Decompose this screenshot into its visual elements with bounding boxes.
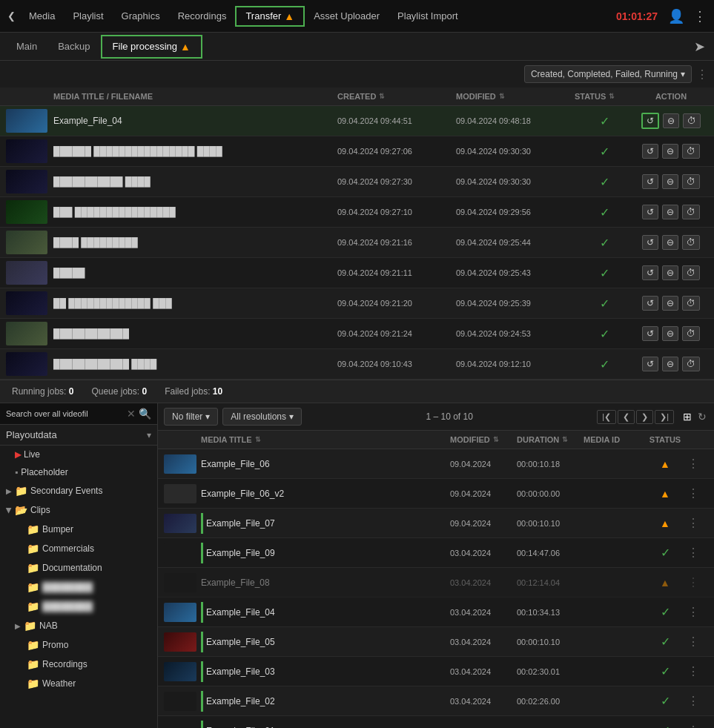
sidebar-item-weather[interactable]: 📁 Weather <box>0 674 157 693</box>
grid-view-icon[interactable]: ⊞ <box>681 409 693 424</box>
fp-stop-btn[interactable]: ⊖ <box>662 296 678 311</box>
sidebar-item-blur1[interactable]: 📁 ████████ <box>0 578 157 597</box>
pagination-next-btn[interactable]: ❯ <box>636 410 653 424</box>
fp-history-btn[interactable]: ⏱ <box>682 235 700 250</box>
sidebar-item-live[interactable]: ▶ Live <box>0 446 157 463</box>
fp-more-icon[interactable]: ⋮ <box>696 67 708 82</box>
nav-media[interactable]: Media <box>20 7 64 24</box>
fp-row-modified: 09.04.2024 09:48:18 <box>456 116 575 125</box>
file-processing-section: Created, Completed, Failed, Running ▾ ⋮ … <box>0 61 714 380</box>
fp-history-btn[interactable]: ⏱ <box>683 113 701 128</box>
sidebar-item-nab[interactable]: ▶ 📁 NAB <box>0 616 157 635</box>
main-content: No filter ▾ All resolutions ▾ 1 – 10 of … <box>158 403 714 728</box>
fp-table-row: ████████████ ████ 09.04.2024 09:10:43 09… <box>0 349 714 380</box>
row-more-icon[interactable]: ⋮ <box>687 695 699 707</box>
sidebar-item-secondary-events[interactable]: ▶ 📁 Secondary Events <box>0 481 157 500</box>
fp-restart-btn[interactable]: ↺ <box>642 235 658 250</box>
sidebar-item-placeholder[interactable]: ▪ Placeholder <box>0 463 157 481</box>
fp-restart-btn[interactable]: ↺ <box>642 265 658 280</box>
search-clear-icon[interactable]: ✕ <box>127 408 136 420</box>
status-ok-icon: ✓ <box>600 206 609 219</box>
fp-stop-btn[interactable]: ⊖ <box>662 144 678 159</box>
fp-stop-btn[interactable]: ⊖ <box>662 205 678 219</box>
fp-header-created[interactable]: CREATED ⇅ <box>337 92 456 101</box>
search-bar: ✕ 🔍 <box>0 403 157 425</box>
fp-row-title: ███ ████████████████ <box>53 207 337 217</box>
nav-recordings[interactable]: Recordings <box>169 7 236 24</box>
fp-stop-btn[interactable]: ⊖ <box>662 174 678 189</box>
media-thumb <box>164 662 196 681</box>
fp-history-btn[interactable]: ⏱ <box>682 144 700 159</box>
sidebar-item-commercials[interactable]: 📁 Commercials <box>0 539 157 558</box>
nav-transfer[interactable]: Transfer ▲ <box>235 6 305 27</box>
row-more-icon[interactable]: ⋮ <box>687 635 699 648</box>
mc-header-status: STATUS <box>643 435 687 444</box>
fp-stop-btn[interactable]: ⊖ <box>662 265 678 280</box>
row-more-icon[interactable]: ⋮ <box>687 546 699 559</box>
fp-restart-btn[interactable]: ↺ <box>641 113 659 129</box>
pagination-last-btn[interactable]: ❯| <box>655 410 674 424</box>
refresh-icon[interactable]: ↻ <box>696 409 708 424</box>
fp-row-thumb <box>6 322 47 345</box>
tab-main[interactable]: Main <box>6 36 47 56</box>
no-filter-dropdown[interactable]: No filter ▾ <box>164 408 218 426</box>
row-more-icon[interactable]: ⋮ <box>687 576 699 589</box>
all-resolutions-dropdown[interactable]: All resolutions ▾ <box>222 408 302 426</box>
sidebar-item-blur2[interactable]: 📁 ████████ <box>0 597 157 616</box>
search-icon[interactable]: 🔍 <box>139 408 151 420</box>
fp-stop-btn[interactable]: ⊖ <box>662 357 678 371</box>
source-selector[interactable]: Playoutdata ▾ <box>0 425 157 446</box>
mc-header-title[interactable]: MEDIA TITLE ⇅ <box>201 435 450 444</box>
pagination-prev-btn[interactable]: ❮ <box>618 410 635 424</box>
search-input[interactable] <box>6 409 124 418</box>
nav-chevron[interactable]: ❮ <box>3 7 20 24</box>
fp-stop-btn[interactable]: ⊖ <box>662 235 678 250</box>
sidebar-item-documentation[interactable]: 📁 Documentation <box>0 558 157 578</box>
fp-restart-btn[interactable]: ↺ <box>642 144 658 159</box>
row-more-icon[interactable]: ⋮ <box>687 606 699 618</box>
tab-file-processing[interactable]: File processing ▲ <box>101 35 202 59</box>
fp-header-status[interactable]: STATUS ⇅ <box>575 92 634 101</box>
nav-asset-uploader[interactable]: Asset Uploader <box>305 7 389 24</box>
tab-backup[interactable]: Backup <box>47 36 100 56</box>
nav-graphics[interactable]: Graphics <box>113 7 169 24</box>
fp-header-modified[interactable]: MODIFIED ⇅ <box>456 92 575 101</box>
nav-playlist-import[interactable]: Playlist Import <box>389 7 467 24</box>
fp-restart-btn[interactable]: ↺ <box>642 296 658 311</box>
fp-restart-btn[interactable]: ↺ <box>642 174 658 189</box>
sidebar-item-bumper[interactable]: 📁 Bumper <box>0 520 157 539</box>
row-more-icon[interactable]: ⋮ <box>687 665 699 678</box>
row-more-icon[interactable]: ⋮ <box>687 517 699 529</box>
fp-row-modified: 09.04.2024 09:30:30 <box>456 147 575 156</box>
fp-history-btn[interactable]: ⏱ <box>682 296 700 311</box>
fp-stop-btn[interactable]: ⊖ <box>662 326 678 341</box>
row-more-icon[interactable]: ⋮ <box>687 457 699 470</box>
fp-history-btn[interactable]: ⏱ <box>682 205 700 219</box>
sidebar-item-recordings[interactable]: 📁 Recordings <box>0 655 157 674</box>
row-more-icon[interactable]: ⋮ <box>687 487 699 500</box>
nav-playlist[interactable]: Playlist <box>64 7 112 24</box>
fp-stop-btn[interactable]: ⊖ <box>663 113 679 128</box>
fp-history-btn[interactable]: ⏱ <box>682 265 700 280</box>
sidebar-item-clips[interactable]: ▶ 📂 Clips <box>0 500 157 520</box>
sidebar-item-label: ████████ <box>42 582 93 592</box>
fp-restart-btn[interactable]: ↺ <box>642 205 658 219</box>
fp-history-btn[interactable]: ⏱ <box>682 326 700 341</box>
folder-icon: 📁 <box>27 523 39 535</box>
mc-header-mediaid: MEDIA ID <box>584 435 643 444</box>
row-more-icon[interactable]: ⋮ <box>687 724 699 728</box>
source-label: Playoutdata <box>6 429 147 440</box>
fp-restart-btn[interactable]: ↺ <box>642 357 658 371</box>
fp-restart-btn[interactable]: ↺ <box>642 326 658 341</box>
pagination-first-btn[interactable]: |❮ <box>597 410 616 424</box>
mc-header-duration[interactable]: DURATION ⇅ <box>517 435 584 444</box>
sidebar-item-promo[interactable]: 📁 Promo <box>0 635 157 655</box>
profile-icon[interactable]: 👤 <box>664 5 689 27</box>
fp-filter-dropdown[interactable]: Created, Completed, Failed, Running ▾ <box>524 65 692 83</box>
fp-history-btn[interactable]: ⏱ <box>682 174 700 189</box>
mc-header-modified[interactable]: MODIFIED ⇅ <box>450 435 517 444</box>
fp-row-title: ██████ ████████████████ ████ <box>53 146 337 156</box>
fp-history-btn[interactable]: ⏱ <box>682 357 700 371</box>
more-menu-icon[interactable]: ⋮ <box>689 5 711 27</box>
media-filter-bar: No filter ▾ All resolutions ▾ 1 – 10 of … <box>158 403 714 431</box>
